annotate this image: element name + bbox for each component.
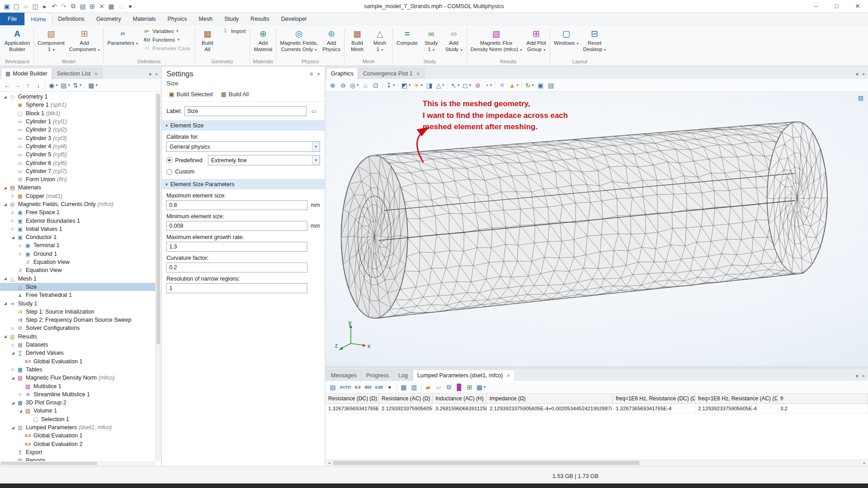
build-mesh-button[interactable]: ▦Build Mesh [346, 26, 368, 53]
rename-icon[interactable]: ▭ [309, 107, 318, 116]
functions-button[interactable]: f(x)Functions▾ [141, 35, 193, 44]
ribbon-tab-study[interactable]: Study [218, 13, 245, 25]
tree-item-terminal-1[interactable]: ▷▣Terminal 1 [0, 241, 161, 249]
add-plot-group-button[interactable]: ⊞Add Plot Group ▾ [524, 26, 548, 53]
expand-icon[interactable]: ▷ [17, 244, 24, 248]
graphics-tab-graphics[interactable]: Graphics [326, 68, 358, 79]
build-all-button[interactable]: ▦Build All [217, 89, 252, 99]
pin-icon[interactable]: ⌖ [862, 373, 865, 379]
meshed-geometry[interactable] [326, 92, 868, 366]
tree-item-sphere-1[interactable]: ◉Sphere 1(sph1) [0, 101, 161, 109]
close-tab-icon[interactable]: ✕ [416, 71, 420, 76]
tree-item-magnetic-fields-currents-only[interactable]: ◢◎Magnetic Fields, Currents Only(mfco) [0, 200, 161, 208]
collapse-icon[interactable]: ◢ [2, 95, 9, 99]
zoom-to-selection-icon[interactable]: ◎▾ [349, 80, 360, 91]
minimum-element-size-input[interactable] [166, 221, 307, 231]
parameter-case-button[interactable]: PiParameter Case [141, 44, 193, 52]
tree-node-text-icon[interactable]: ▤▾ [59, 80, 71, 91]
go-to-default-view-icon[interactable]: ⌂ [360, 80, 370, 91]
collapse-expand-icon[interactable]: ⇅▾ [71, 80, 83, 91]
deselect-icon[interactable]: ⊘ [473, 80, 483, 91]
comsol-logo-icon[interactable]: ▣ [2, 1, 11, 11]
ribbon-tab-geometry[interactable]: Geometry [90, 13, 127, 25]
wireframe-icon[interactable]: △▾ [435, 80, 446, 91]
element-size-parameters-section-header[interactable]: ▾ Element Size Parameters [162, 179, 325, 189]
tree-item-block-1[interactable]: ▢Block 1(blk1) [0, 109, 161, 117]
windows-button[interactable]: ▢Windows ▾ [552, 26, 581, 47]
ribbon-tab-materials[interactable]: Materials [127, 13, 162, 25]
tree-item-lumped-parameters[interactable]: ◢▥Lumped Parameters(dset1, mfco) [0, 423, 161, 432]
tree-item-step-2-frequency-domain-source-sweep[interactable]: ⇉Step 2: Frequency Domain Source Sweep [0, 316, 161, 324]
ribbon-tab-file[interactable]: File [0, 13, 24, 25]
precision-decimal-icon[interactable]: 0.85 [373, 382, 384, 393]
expand-icon[interactable]: ▷ [9, 326, 16, 330]
tree-item-conductor-1[interactable]: ◢▣Conductor 1 [0, 233, 161, 241]
tree-item-initial-values-1[interactable]: ▷▣Initial Values 1 [0, 225, 161, 233]
tree-item-cylinder-3[interactable]: ▭Cylinder 3(cyl3) [0, 134, 161, 142]
table-format-icon[interactable]: ▦ [399, 382, 409, 393]
view-menu-icon[interactable]: ↧▾ [385, 80, 396, 91]
expand-icon[interactable]: ▷ [9, 227, 16, 231]
maximum-element-size-input[interactable] [166, 200, 307, 210]
history-icon[interactable]: ▸ [40, 1, 49, 11]
tree-item-global-evaluation-2[interactable]: 8.5Global Evaluation 2 [0, 440, 161, 448]
scrollbar-thumb[interactable] [156, 94, 160, 344]
panel-menu-icon[interactable]: ▾ [149, 71, 151, 77]
tree-item-cylinder-7[interactable]: ▭Cylinder 7(cyl7) [0, 167, 161, 175]
copy-icon[interactable]: ⧉ [69, 1, 78, 11]
collapse-icon[interactable]: ◢ [2, 202, 9, 206]
expand-icon[interactable]: ▷ [9, 211, 16, 215]
predefined-size-select[interactable]: Extremely fine ▾ [208, 155, 320, 165]
add-material-button[interactable]: ⊕Add Material [251, 26, 274, 53]
expand-icon[interactable]: ▷ [9, 343, 16, 347]
ribbon-tab-developer[interactable]: Developer [275, 13, 313, 25]
model-settings-icon[interactable]: ▦ [107, 1, 116, 11]
collapse-icon[interactable]: ◢ [9, 351, 16, 355]
custom-radio[interactable] [166, 169, 172, 175]
tree-item-mesh-1[interactable]: ◢△Mesh 1 [0, 275, 161, 283]
tree-item-export[interactable]: ↥Export [0, 448, 161, 456]
image-snapshot-icon[interactable]: ▣ [536, 80, 546, 91]
pin-icon[interactable]: ⌖ [317, 71, 320, 77]
study-1-button[interactable]: ∞Study 1 ▾ [420, 26, 443, 53]
curvature-factor-input[interactable] [166, 263, 307, 272]
ribbon-tab-mesh[interactable]: Mesh [193, 13, 219, 25]
hide-selected-icon[interactable]: ◔▾ [483, 80, 493, 91]
collapse-icon[interactable]: ◢ [9, 401, 16, 405]
precision-auto-icon[interactable]: AUTO [338, 382, 352, 393]
delete-icon[interactable]: ✕ [97, 1, 106, 11]
scrollbar-thumb[interactable] [1, 462, 97, 465]
minimize-button[interactable]: – [806, 0, 826, 12]
table-row[interactable]: 1.326736569341765E-42.1293923375905605E-… [326, 404, 868, 413]
ribbon-tab-definitions[interactable]: Definitions [52, 13, 90, 25]
ribbon-tab-physics[interactable]: Physics [161, 13, 193, 25]
add-physics-button[interactable]: ⊛Add Physics [320, 26, 343, 53]
model-builder-tab-selection-list[interactable]: Selection List✕ [52, 68, 103, 79]
tree-item-3d-plot-group-2[interactable]: ◢▩3D Plot Group 2 [0, 399, 161, 407]
tree-item-materials[interactable]: ◢▤Materials [0, 183, 161, 192]
parameters-button[interactable]: PiParameters ▾ [105, 26, 140, 47]
zoom-extents-icon[interactable]: ⊡ [371, 80, 381, 91]
information-tab-progress[interactable]: Progress [362, 370, 393, 381]
plot-info-icon[interactable]: ▨ [858, 94, 863, 101]
precision-scientific-icon[interactable]: 8.5 [353, 382, 363, 393]
information-tab-messages[interactable]: Messages [326, 370, 361, 381]
graphics-canvas[interactable]: This is the meshed geometry, I want to f… [326, 92, 868, 366]
add-component-button[interactable]: ⊞Add Component ▾ [67, 26, 102, 53]
scroll-left-icon[interactable]: ◂ [326, 460, 333, 466]
rotate-icon[interactable]: ↻▾ [524, 80, 535, 91]
table-graph-icon[interactable]: ▥ [409, 382, 419, 393]
add-study-button[interactable]: ∞Add Study ▾ [443, 26, 465, 53]
close-tab-icon[interactable]: ✕ [94, 71, 98, 76]
tree-item-tables[interactable]: ▷▦Tables [0, 366, 161, 374]
tree-item-global-evaluation-1[interactable]: 8.5Global Evaluation 1 [0, 432, 161, 440]
maximize-button[interactable]: □ [826, 0, 847, 12]
graphics-tab-convergence-plot-1[interactable]: Convergence Plot 1✕ [359, 68, 425, 79]
expand-icon[interactable]: ▷ [17, 392, 24, 396]
collapse-icon[interactable]: ◢ [17, 409, 24, 413]
tree-item-volume-1[interactable]: ◢▧Volume 1 [0, 407, 161, 415]
export-table-icon[interactable]: ⊞ [465, 382, 475, 393]
tree-item-results[interactable]: ◢▥Results [0, 333, 161, 341]
zoom-out-icon[interactable]: ⊖ [338, 80, 348, 91]
panel-menu-icon[interactable]: ▾ [856, 373, 859, 379]
